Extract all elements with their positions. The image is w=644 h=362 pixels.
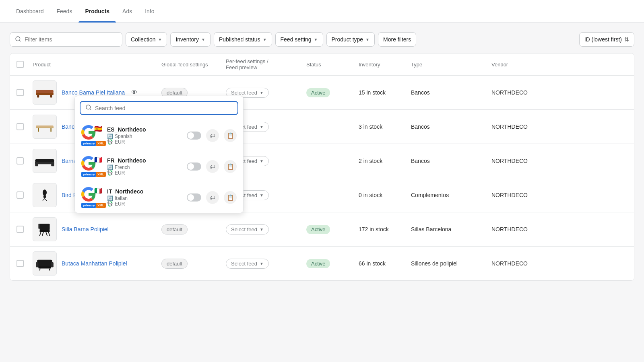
product-type-filter-button[interactable]: Product type ▼: [326, 32, 375, 47]
vendor-cell: NORTHDECO: [491, 260, 548, 267]
currency-icon: 💱: [107, 170, 113, 176]
feed-icon-it: primary XML 🇮🇹: [81, 187, 102, 208]
copy-icon-es[interactable]: 📋: [224, 129, 237, 142]
table-row: Butaca Manhattan Polipiel default Select…: [10, 247, 634, 280]
feed-currency: 💱 EUR: [107, 170, 182, 176]
eye-icon[interactable]: 👁: [131, 89, 138, 96]
feed-info-es: ES_Northdeco 🔄 Spanish 💱 EUR: [107, 126, 182, 145]
svg-rect-14: [35, 162, 38, 166]
select-feed-cell: Select feed ▼: [226, 224, 306, 234]
feed-icon-fr: primary XML 🇫🇷: [81, 156, 102, 177]
row-checkbox[interactable]: [17, 157, 24, 165]
per-feed-column-header: Per-feed settings / Feed preview: [226, 58, 306, 70]
status-cell: Active: [306, 226, 359, 232]
row-checkbox[interactable]: [17, 226, 24, 233]
product-image: [33, 217, 57, 241]
product-link[interactable]: Banco Barna Piel Italiana: [62, 89, 125, 96]
svg-rect-13: [35, 159, 54, 162]
product-column-header: Product: [33, 62, 161, 68]
svg-rect-22: [40, 230, 50, 232]
nav-feeds[interactable]: Feeds: [50, 0, 79, 23]
feed-language: 🔄 Spanish: [107, 134, 182, 139]
row-checkbox[interactable]: [17, 191, 24, 199]
nav-ads[interactable]: Ads: [116, 0, 138, 23]
feed-info-fr: FR_Northdeco 🔄 French 💱 EUR: [107, 157, 182, 176]
chevron-down-icon: ▼: [260, 193, 264, 197]
vendor-column-header: Vendor: [491, 62, 548, 68]
product-image: [33, 80, 57, 105]
collection-filter-button[interactable]: Collection ▼: [126, 32, 167, 47]
row-checkbox[interactable]: [17, 260, 24, 267]
per-feed-settings-link[interactable]: Per-feed settings: [226, 58, 265, 64]
inventory-filter-button[interactable]: Inventory ▼: [170, 32, 211, 47]
svg-rect-15: [51, 162, 54, 166]
status-cell: Active: [306, 89, 359, 96]
feed-toggle-fr[interactable]: [187, 162, 201, 171]
copy-icon-it[interactable]: 📋: [224, 191, 237, 204]
row-checkbox[interactable]: [17, 123, 24, 130]
select-feed-button[interactable]: Select feed ▼: [226, 224, 269, 234]
feed-toggle-es[interactable]: [187, 132, 201, 140]
vendor-cell: NORTHDECO: [491, 226, 548, 232]
nav-products[interactable]: Products: [78, 0, 116, 23]
filter-items-input[interactable]: [25, 36, 117, 43]
chevron-down-icon: ▼: [314, 37, 318, 42]
svg-line-25: [42, 232, 43, 236]
tag-icon-es[interactable]: 🏷: [206, 129, 219, 142]
tag-icon-fr[interactable]: 🏷: [206, 160, 219, 173]
global-feed-cell: default: [161, 89, 226, 96]
search-box[interactable]: [10, 32, 122, 47]
dropdown-search-box[interactable]: [80, 101, 238, 115]
tag-icon-it[interactable]: 🏷: [206, 191, 219, 204]
products-table: Product Global-feed settings Per-feed se…: [10, 53, 634, 281]
feed-item-es[interactable]: primary XML 🇪🇸 ES_Northdeco 🔄 Spanish 💱 …: [75, 120, 243, 151]
feed-language: 🔄 French: [107, 165, 182, 170]
select-feed-button[interactable]: Select feed ▼: [226, 259, 269, 269]
more-filters-button[interactable]: More filters: [378, 32, 416, 47]
chevron-down-icon: ▼: [201, 37, 205, 42]
inventory-cell: 3 in stock: [359, 123, 411, 130]
inventory-column-header: Inventory: [359, 62, 411, 68]
feed-preview-link[interactable]: Feed preview: [226, 64, 257, 70]
feed-currency: 💱 EUR: [107, 139, 182, 145]
select-feed-cell: Select feed ▼: [226, 259, 306, 269]
feed-item-it[interactable]: primary XML 🇮🇹 IT_Northdeco 🔄 Italian 💱 …: [75, 182, 243, 213]
feed-search-input[interactable]: [95, 105, 233, 111]
svg-line-23: [40, 232, 41, 236]
type-cell: Bancos: [411, 158, 491, 164]
product-image: [33, 115, 57, 139]
nav-dashboard[interactable]: Dashboard: [10, 0, 50, 23]
published-status-filter-button[interactable]: Published status ▼: [214, 32, 272, 47]
row-checkbox[interactable]: [17, 89, 24, 96]
svg-line-18: [43, 199, 45, 201]
product-link[interactable]: Silla Barna Polipiel: [62, 226, 109, 232]
svg-line-26: [46, 232, 47, 236]
feed-icon-es: primary XML 🇪🇸: [81, 125, 102, 146]
svg-rect-31: [38, 267, 51, 269]
product-cell: Butaca Manhattan Polipiel: [33, 251, 161, 276]
chevron-down-icon: ▼: [260, 90, 264, 95]
search-icon: [85, 104, 92, 112]
svg-rect-9: [36, 125, 54, 128]
product-link[interactable]: Butaca Manhattan Polipiel: [62, 260, 127, 267]
type-cell: Bancos: [411, 123, 491, 130]
page-content: Collection ▼ Inventory ▼ Published statu…: [0, 23, 644, 290]
xml-badge: XML: [96, 172, 106, 177]
select-all-checkbox[interactable]: [17, 61, 24, 68]
inventory-cell: 66 in stock: [359, 260, 411, 267]
type-cell: Sillones de polipiel: [411, 260, 491, 267]
feed-toggle-it[interactable]: [187, 193, 201, 202]
es-flag: 🇪🇸: [94, 125, 102, 133]
chevron-down-icon: ▼: [260, 125, 264, 129]
active-badge: Active: [306, 88, 330, 97]
feed-name: IT_Northdeco: [107, 188, 182, 195]
chevron-down-icon: ▼: [158, 37, 162, 42]
slash-separator: /: [267, 58, 268, 64]
chevron-down-icon: ▼: [263, 37, 267, 42]
copy-icon-fr[interactable]: 📋: [224, 160, 237, 173]
feed-item-fr[interactable]: primary XML 🇫🇷 FR_Northdeco 🔄 French 💱 E…: [75, 151, 243, 182]
feed-setting-filter-button[interactable]: Feed setting ▼: [275, 32, 323, 47]
nav-info[interactable]: Info: [138, 0, 161, 23]
primary-badge: primary: [81, 141, 96, 146]
sort-button[interactable]: ID (lowest first) ⇅: [579, 32, 634, 47]
